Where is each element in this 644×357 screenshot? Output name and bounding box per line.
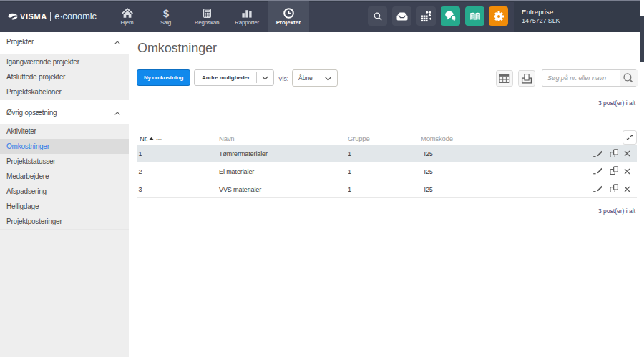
svg-text:$: $ [162, 8, 168, 19]
